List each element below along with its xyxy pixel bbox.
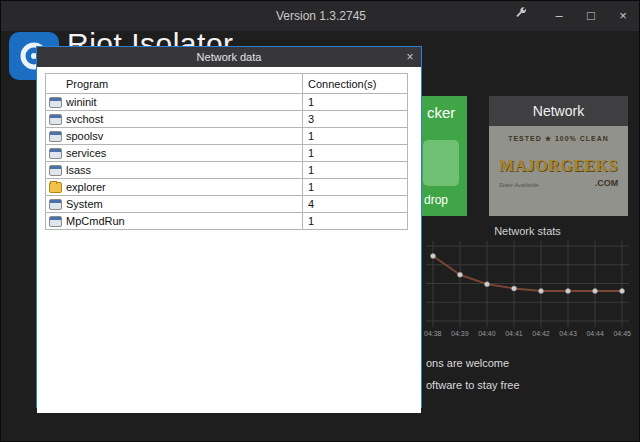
network-chart-svg <box>426 241 629 327</box>
time-label: 04:41 <box>505 330 523 337</box>
column-header-connections[interactable]: Connection(s) <box>303 74 408 94</box>
maximize-button[interactable]: □ <box>583 1 599 31</box>
connection-count: 1 <box>303 94 408 111</box>
time-label: 04:44 <box>586 330 604 337</box>
time-label: 04:39 <box>451 330 469 337</box>
connection-count: 1 <box>303 145 408 162</box>
app-window-icon <box>49 165 62 176</box>
time-label: 04:45 <box>613 330 631 337</box>
program-name: services <box>66 147 106 159</box>
table-row[interactable]: lsass1 <box>46 162 408 179</box>
footer-text-fragment-1: ons are welcome <box>426 357 509 369</box>
dialog-body: Program Connection(s) wininit1svchost3sp… <box>37 73 421 413</box>
table-row[interactable]: spoolsv1 <box>46 128 408 145</box>
time-label: 04:42 <box>532 330 550 337</box>
column-header-program[interactable]: Program <box>46 74 303 94</box>
network-data-dialog: Network data × Program Connection(s) win… <box>36 46 422 408</box>
time-label: 04:43 <box>559 330 577 337</box>
app-window-icon <box>49 216 62 227</box>
program-name: lsass <box>66 164 91 176</box>
majorgeeks-watermark: TESTED ★ 100% CLEAN MAJORGEEKS State Ava… <box>489 126 628 216</box>
table-row[interactable]: MpCmdRun1 <box>46 213 408 230</box>
network-table-body: wininit1svchost3spoolsv1services1lsass1e… <box>46 94 408 230</box>
connection-count: 1 <box>303 213 408 230</box>
connection-count: 1 <box>303 179 408 196</box>
program-name: MpCmdRun <box>66 215 125 227</box>
blocker-tile-title-fragment: cker <box>427 104 455 121</box>
chart-time-axis: 04:3804:3904:4004:4104:4204:4304:4404:45 <box>424 330 631 337</box>
table-row[interactable]: explorer1 <box>46 179 408 196</box>
close-button[interactable]: × <box>615 1 631 31</box>
program-name: System <box>66 198 103 210</box>
connection-count: 1 <box>303 128 408 145</box>
footer-text-fragment-2: oftware to stay free <box>426 379 520 391</box>
table-row[interactable]: svchost3 <box>46 111 408 128</box>
watermark-domain: .COM <box>595 178 619 188</box>
dialog-titlebar[interactable]: Network data × <box>37 47 421 67</box>
app-window: Version 1.3.2745 – □ × Riot Isolator cke… <box>0 0 640 442</box>
network-tile-title: Network <box>489 103 628 119</box>
app-window-icon <box>49 199 62 210</box>
connection-count: 4 <box>303 196 408 213</box>
app-window-icon <box>49 148 62 159</box>
network-stats-chart <box>426 241 629 327</box>
program-name: explorer <box>66 181 106 193</box>
network-connections-table: Program Connection(s) wininit1svchost3sp… <box>45 73 408 230</box>
folder-icon <box>49 182 62 193</box>
table-header-row: Program Connection(s) <box>46 74 408 94</box>
watermark-name: MAJORGEEKS <box>499 157 618 175</box>
window-titlebar: Version 1.3.2745 – □ × <box>1 1 640 31</box>
minimize-button[interactable]: – <box>551 1 567 31</box>
program-name: spoolsv <box>66 130 103 142</box>
window-controls: – □ × <box>513 1 631 31</box>
watermark-arc-text: TESTED ★ 100% CLEAN <box>508 135 609 143</box>
watermark-tagline: State Available <box>499 182 539 188</box>
time-label: 04:38 <box>424 330 442 337</box>
settings-wrench-button[interactable] <box>513 1 529 31</box>
app-window-icon <box>49 97 62 108</box>
time-label: 04:40 <box>478 330 496 337</box>
dialog-title: Network data <box>37 47 421 67</box>
blocker-tile-caption-fragment: drop <box>424 193 448 207</box>
program-name: svchost <box>66 113 103 125</box>
wrench-icon <box>514 1 528 31</box>
table-row[interactable]: services1 <box>46 145 408 162</box>
blocker-tile-icon <box>423 140 459 186</box>
program-name: wininit <box>66 96 97 108</box>
connection-count: 1 <box>303 162 408 179</box>
network-tile[interactable]: Network TESTED ★ 100% CLEAN MAJORGEEKS S… <box>489 96 628 216</box>
app-window-icon <box>49 131 62 142</box>
dialog-close-button[interactable]: × <box>402 47 418 67</box>
table-row[interactable]: System4 <box>46 196 408 213</box>
app-window-icon <box>49 114 62 125</box>
connection-count: 3 <box>303 111 408 128</box>
network-stats-label: Network stats <box>426 225 629 237</box>
table-row[interactable]: wininit1 <box>46 94 408 111</box>
